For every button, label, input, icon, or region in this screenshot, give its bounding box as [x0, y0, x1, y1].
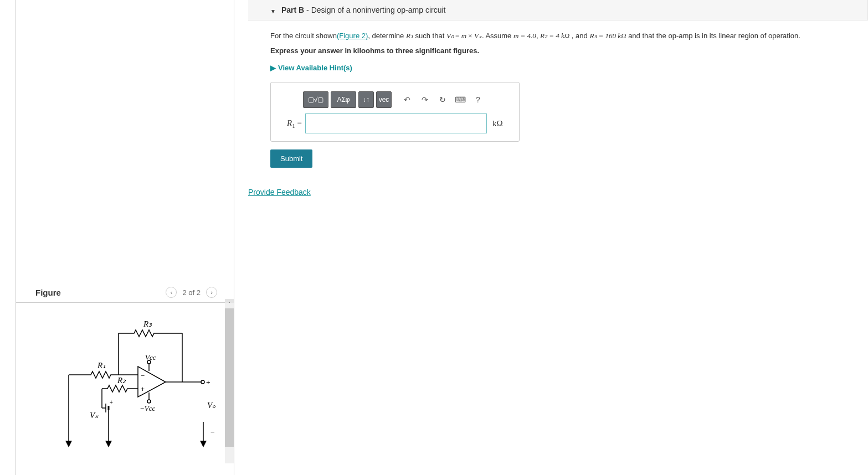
part-title-rest: - Design of a noninverting op-amp circui…: [304, 6, 445, 14]
part-title: Part B - Design of a noninverting op-amp…: [281, 6, 445, 14]
figure-scrollbar[interactable]: [225, 303, 234, 463]
collapse-icon: ▼: [270, 8, 276, 14]
answer-label: R1 =: [281, 116, 305, 131]
help-button[interactable]: ?: [470, 91, 486, 108]
q-rhs2: Vₓ: [474, 32, 482, 40]
figure-scroll-thumb[interactable]: [225, 308, 234, 447]
hints-label: View Available Hint(s): [278, 63, 352, 74]
answer-input[interactable]: [305, 113, 487, 133]
q-prefix: For the circuit shown: [270, 32, 337, 40]
express-instruction: Express your answer in kiloohms to three…: [270, 45, 846, 57]
right-panel: ▼ Part B - Design of a noninverting op-a…: [234, 0, 868, 475]
figure-link[interactable]: (Figure 2): [337, 32, 368, 40]
subsup-button[interactable]: ↓↑: [358, 91, 374, 108]
question-text: For the circuit shown(Figure 2), determi…: [270, 30, 846, 42]
svg-text:+: +: [141, 385, 145, 393]
q-rhs1: m: [461, 32, 466, 40]
figure-body: ▴ R₃ R₁: [16, 303, 234, 463]
svg-text:+: +: [110, 399, 113, 405]
answer-box: ▢√▢ ΑΣφ ↓↑ vec ↶ ↷ ↻ ⌨ ? R1 = kΩ: [270, 82, 520, 142]
q-sep2: , and: [569, 32, 589, 40]
question-body: For the circuit shown(Figure 2), determi…: [234, 20, 868, 168]
q-assume: . Assume: [482, 32, 513, 40]
q-times: ×: [466, 32, 474, 40]
q-r2val: R₂ = 4 kΩ: [540, 32, 569, 40]
provide-feedback-link[interactable]: Provide Feedback: [248, 188, 311, 197]
q-var: R₁: [406, 32, 413, 40]
keyboard-button[interactable]: ⌨: [453, 91, 468, 108]
circuit-label-R1: R₁: [97, 361, 106, 370]
q-such: such that: [413, 32, 446, 40]
svg-text:+: +: [206, 378, 210, 386]
left-panel: Figure ‹ 2 of 2 › ▴ R₃: [16, 0, 234, 475]
figure-section: Figure ‹ 2 of 2 › ▴ R₃: [16, 282, 234, 463]
svg-point-15: [147, 400, 151, 403]
q-r3val: R₃ = 160 kΩ: [589, 32, 626, 40]
circuit-diagram: R₃ R₁ R₂ +: [47, 311, 224, 450]
submit-button[interactable]: Submit: [270, 149, 312, 168]
circuit-label-Vcc: Vcc: [145, 353, 156, 362]
hints-toggle[interactable]: ▶ View Available Hint(s): [270, 63, 352, 74]
q-mval: m = 4.0: [513, 32, 536, 40]
figure-title: Figure: [35, 288, 61, 297]
equation-toolbar: ▢√▢ ΑΣφ ↓↑ vec ↶ ↷ ↻ ⌨ ?: [303, 91, 513, 108]
vec-button[interactable]: vec: [376, 91, 392, 108]
circuit-label-Vx: Vₓ: [90, 411, 99, 420]
svg-text:−: −: [141, 371, 145, 379]
q-after: , determine: [368, 32, 406, 40]
redo-button[interactable]: ↷: [417, 91, 433, 108]
greek-button[interactable]: ΑΣφ: [331, 91, 356, 108]
q-mid: =: [454, 32, 461, 40]
part-label: Part B: [281, 6, 304, 14]
answer-unit: kΩ: [487, 117, 509, 130]
figure-page-label: 2 of 2: [182, 288, 201, 297]
q-lhs: V₀: [446, 32, 454, 40]
templates-button[interactable]: ▢√▢: [303, 91, 328, 108]
figure-header: Figure ‹ 2 of 2 ›: [16, 282, 234, 303]
figure-next-button[interactable]: ›: [206, 287, 217, 298]
q-tail: and that the op-amp is in its linear reg…: [626, 32, 800, 40]
answer-row: R1 = kΩ: [276, 113, 513, 133]
circuit-label-R2: R₂: [117, 376, 126, 385]
reset-button[interactable]: ↻: [435, 91, 450, 108]
figure-nav: ‹ 2 of 2 ›: [166, 287, 217, 298]
circuit-label-nVcc: −Vcc: [140, 404, 155, 412]
svg-point-18: [201, 380, 204, 384]
undo-button[interactable]: ↶: [399, 91, 415, 108]
svg-text:−: −: [210, 428, 215, 436]
circuit-label-R3: R₃: [143, 319, 152, 328]
part-header[interactable]: ▼ Part B - Design of a noninverting op-a…: [248, 0, 868, 20]
circuit-label-Vo: Vₒ: [207, 401, 216, 410]
caret-right-icon: ▶: [270, 63, 276, 74]
figure-prev-button[interactable]: ‹: [166, 287, 177, 298]
